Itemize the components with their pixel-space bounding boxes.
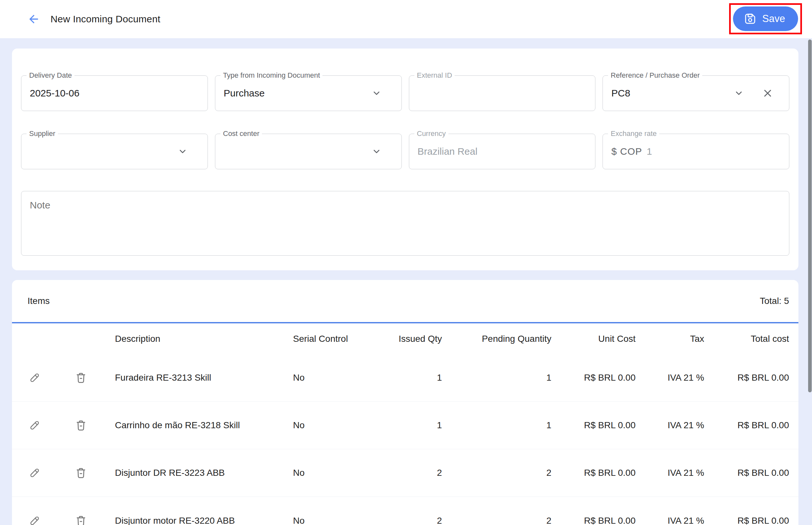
external-id-input[interactable] <box>409 88 595 99</box>
pencil-icon <box>29 467 41 479</box>
back-button[interactable] <box>27 12 41 26</box>
cost-center-label: Cost center <box>221 130 262 138</box>
item-pending-qty: 2 <box>442 468 551 478</box>
chevron-down-icon <box>372 147 381 156</box>
trash-icon <box>74 371 88 385</box>
item-issued-qty: 1 <box>381 420 442 431</box>
item-total-cost: R$ BRL 0.00 <box>704 420 789 431</box>
item-serial-control: No <box>293 420 381 431</box>
item-tax: IVA 21 % <box>636 373 704 383</box>
close-icon <box>762 87 773 99</box>
item-total-cost: R$ BRL 0.00 <box>704 373 789 383</box>
page-title: New Incoming Document <box>50 14 160 25</box>
arrow-left-icon <box>27 13 40 26</box>
item-unit-cost: R$ BRL 0.00 <box>551 420 636 431</box>
item-issued-qty: 1 <box>381 373 442 383</box>
delete-row-button[interactable] <box>57 497 104 525</box>
scrollbar[interactable] <box>808 38 812 525</box>
save-button[interactable]: Save <box>733 6 798 31</box>
currency-label: Currency <box>414 130 448 138</box>
chevron-down-icon <box>372 88 381 98</box>
item-tax: IVA 21 % <box>636 420 704 431</box>
save-highlight-box: Save <box>729 3 802 34</box>
item-description: Disjuntor motor RE-3220 ABB <box>104 515 293 525</box>
reference-purchase-order-select[interactable]: Reference / Purchase Order PC8 <box>603 75 789 111</box>
exchange-rate-label: Exchange rate <box>608 130 659 138</box>
table-row: Furadeira RE-3213 Skill No 1 1 R$ BRL 0.… <box>12 354 798 402</box>
supplier-label: Supplier <box>27 130 58 138</box>
table-row: Disjuntor DR RE-3223 ABB No 2 2 R$ BRL 0… <box>12 449 798 497</box>
item-serial-control: No <box>293 373 381 383</box>
delete-row-button[interactable] <box>57 449 104 496</box>
exchange-rate-currency-prefix: $ COP <box>603 146 642 157</box>
item-pending-qty: 1 <box>442 373 551 383</box>
table-row: Carrinho de mão RE-3218 Skill No 1 1 R$ … <box>12 402 798 449</box>
save-icon <box>743 12 757 26</box>
pencil-icon <box>29 515 41 525</box>
item-unit-cost: R$ BRL 0.00 <box>551 515 636 525</box>
delivery-date-input[interactable] <box>21 88 208 99</box>
item-unit-cost: R$ BRL 0.00 <box>551 373 636 383</box>
items-total-count: Total: 5 <box>760 296 789 306</box>
document-type-select[interactable]: Type from Incoming Document Purchase <box>215 75 402 111</box>
supplier-select[interactable]: Supplier <box>21 134 208 169</box>
currency-field: Currency <box>409 134 596 169</box>
items-title: Items <box>28 296 49 306</box>
clear-reference-button[interactable] <box>761 86 775 100</box>
cost-center-select[interactable]: Cost center <box>215 134 402 169</box>
pencil-icon <box>29 419 41 432</box>
chevron-down-icon <box>178 147 188 156</box>
delete-row-button[interactable] <box>57 354 104 401</box>
items-card: Items Total: 5 Description Serial Contro… <box>12 280 798 525</box>
column-header-description: Description <box>104 334 293 344</box>
topbar: New Incoming Document Save <box>0 0 812 38</box>
note-input[interactable] <box>21 191 789 256</box>
table-header-row: Description Serial Control Issued Qty Pe… <box>12 323 798 354</box>
column-header-tax: Tax <box>636 334 704 344</box>
pencil-icon <box>29 372 41 384</box>
item-issued-qty: 2 <box>381 515 442 525</box>
delivery-date-field[interactable]: Delivery Date <box>21 75 208 111</box>
item-description: Disjuntor DR RE-3223 ABB <box>104 468 293 478</box>
exchange-rate-value: 1 <box>647 146 652 157</box>
trash-icon <box>74 466 88 480</box>
document-type-label: Type from Incoming Document <box>221 71 323 80</box>
column-header-serial-control: Serial Control <box>293 334 381 344</box>
item-issued-qty: 2 <box>381 468 442 478</box>
external-id-label: External ID <box>414 71 455 80</box>
edit-row-button[interactable] <box>12 354 57 401</box>
delivery-date-label: Delivery Date <box>27 71 74 80</box>
item-tax: IVA 21 % <box>636 468 704 478</box>
scrollbar-thumb[interactable] <box>808 40 812 392</box>
delete-row-button[interactable] <box>57 402 104 449</box>
item-unit-cost: R$ BRL 0.00 <box>551 468 636 478</box>
item-serial-control: No <box>293 468 381 478</box>
item-description: Carrinho de mão RE-3218 Skill <box>104 420 293 431</box>
column-header-pending-quantity: Pending Quantity <box>442 334 551 344</box>
external-id-field[interactable]: External ID <box>409 75 596 111</box>
document-form-card: Delivery Date Type from Incoming Documen… <box>12 48 798 270</box>
table-row: Disjuntor motor RE-3220 ABB No 2 2 R$ BR… <box>12 497 798 525</box>
column-header-issued-qty: Issued Qty <box>381 334 442 344</box>
chevron-down-icon <box>734 88 744 98</box>
item-total-cost: R$ BRL 0.00 <box>704 515 789 525</box>
items-header: Items Total: 5 <box>12 280 798 322</box>
trash-icon <box>74 419 88 432</box>
item-serial-control: No <box>293 515 381 525</box>
item-tax: IVA 21 % <box>636 515 704 525</box>
trash-icon <box>74 514 88 525</box>
edit-row-button[interactable] <box>12 402 57 449</box>
edit-row-button[interactable] <box>12 497 57 525</box>
exchange-rate-field[interactable]: Exchange rate $ COP 1 <box>603 134 789 169</box>
column-header-total-cost: Total cost <box>704 334 789 344</box>
edit-row-button[interactable] <box>12 449 57 496</box>
fields-grid: Delivery Date Type from Incoming Documen… <box>12 48 798 169</box>
column-header-unit-cost: Unit Cost <box>551 334 636 344</box>
item-pending-qty: 2 <box>442 515 551 525</box>
item-description: Furadeira RE-3213 Skill <box>104 373 293 383</box>
reference-purchase-order-label: Reference / Purchase Order <box>608 71 702 80</box>
currency-input <box>409 146 595 157</box>
save-button-label: Save <box>762 13 785 25</box>
item-total-cost: R$ BRL 0.00 <box>704 468 789 478</box>
item-pending-qty: 1 <box>442 420 551 431</box>
